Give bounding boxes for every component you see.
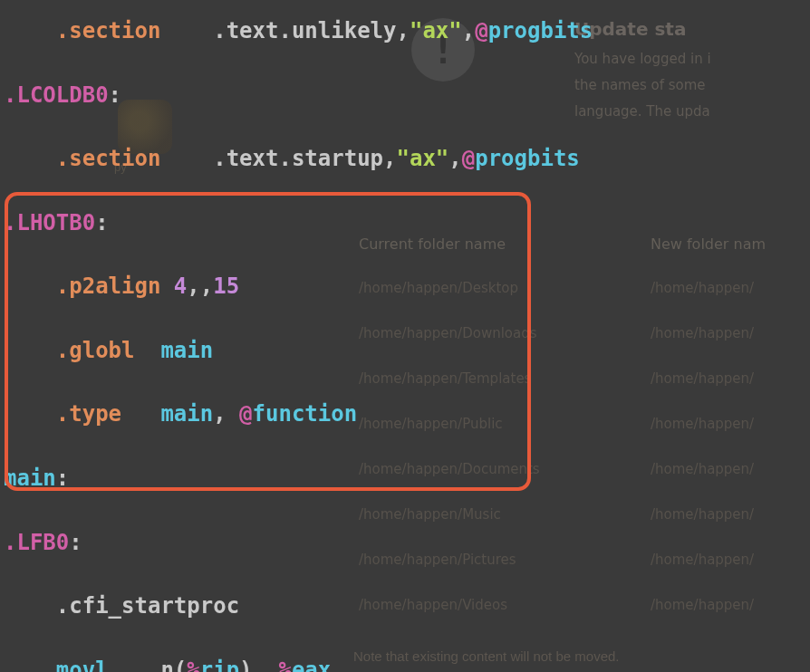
notif-title: Update sta — [574, 16, 810, 43]
code-line: .p2align 4,,15 — [4, 271, 593, 302]
code-line: .LHOTB0: — [4, 207, 593, 239]
code-line: .cfi_startproc — [4, 590, 593, 622]
code-line: main: — [4, 463, 593, 494]
notif-body-1: You have logged in i — [574, 50, 810, 69]
col-new: New folder nam — [647, 228, 769, 264]
code-line: .globl main — [4, 335, 593, 367]
update-notification: Update sta You have logged in i the name… — [574, 0, 810, 121]
assembly-code-view[interactable]: .section .text.unlikely,"ax",@progbits .… — [4, 0, 593, 672]
code-line: .LCOLDB0: — [4, 80, 593, 111]
code-line: .section .text.unlikely,"ax",@progbits — [4, 15, 593, 47]
notif-body-3: language. The upda — [574, 102, 810, 121]
notif-body-2: the names of some — [574, 76, 810, 95]
code-line: .LFB0: — [4, 527, 593, 559]
code-line: .section .text.startup,"ax",@progbits — [4, 143, 593, 175]
code-line: movl n(%rip), %eax — [4, 655, 593, 672]
code-line: .type main, @function — [4, 398, 593, 430]
